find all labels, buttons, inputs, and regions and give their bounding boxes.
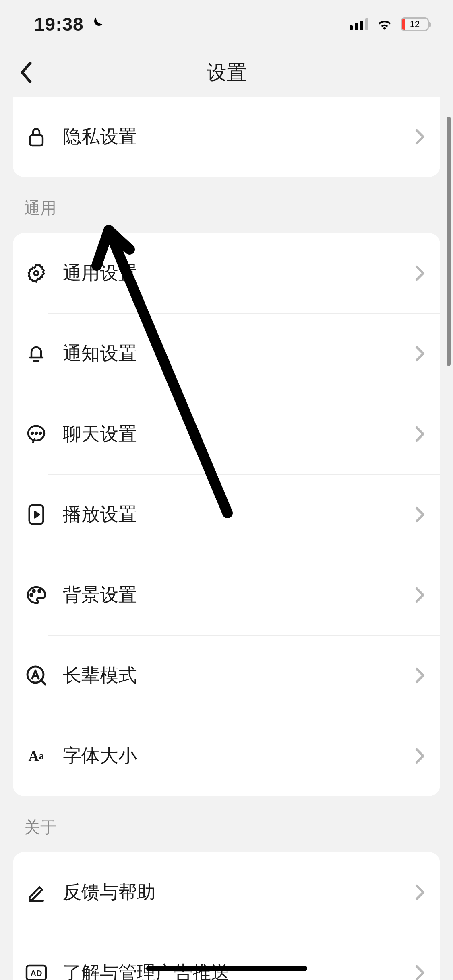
settings-group-general: 通用设置 通知设置 聊天设置 bbox=[13, 233, 440, 796]
settings-group-about: 反馈与帮助 AD 了解与管理广告推送 抖音规则中心 bbox=[13, 852, 440, 980]
row-elder-mode[interactable]: 长辈模式 bbox=[13, 635, 440, 716]
section-title-general: 通用 bbox=[13, 177, 440, 233]
ad-icon: AD bbox=[24, 961, 48, 980]
chevron-right-icon bbox=[414, 424, 426, 444]
status-left: 19:38 bbox=[34, 13, 105, 35]
chevron-right-icon bbox=[414, 746, 426, 766]
chevron-right-icon bbox=[414, 666, 426, 685]
svg-point-1 bbox=[34, 271, 39, 276]
row-label: 长辈模式 bbox=[48, 663, 414, 688]
lock-icon bbox=[24, 125, 48, 149]
chevron-right-icon bbox=[414, 963, 426, 980]
chevron-right-icon bbox=[414, 883, 426, 902]
row-font-size[interactable]: Aa 字体大小 bbox=[13, 716, 440, 796]
row-label: 背景设置 bbox=[48, 583, 414, 607]
row-label: 隐私设置 bbox=[48, 124, 414, 149]
chevron-right-icon bbox=[414, 505, 426, 524]
moon-icon bbox=[89, 15, 105, 33]
battery-percentage: 12 bbox=[402, 19, 428, 29]
bell-icon bbox=[24, 342, 48, 366]
play-icon bbox=[24, 502, 48, 527]
svg-point-7 bbox=[30, 594, 32, 596]
elder-mode-icon bbox=[24, 663, 48, 688]
svg-rect-0 bbox=[30, 135, 43, 146]
status-bar: 19:38 12 bbox=[0, 0, 453, 48]
battery-icon: 12 bbox=[401, 17, 429, 31]
home-indicator bbox=[146, 966, 307, 971]
nav-header: 设置 bbox=[0, 48, 453, 97]
chevron-right-icon bbox=[414, 344, 426, 363]
row-label: 通知设置 bbox=[48, 341, 414, 366]
settings-group-account-tail: 隐私设置 bbox=[13, 97, 440, 177]
svg-point-2 bbox=[31, 432, 33, 434]
row-ad-management[interactable]: AD 了解与管理广告推送 bbox=[13, 933, 440, 980]
row-playback-settings[interactable]: 播放设置 bbox=[13, 474, 440, 555]
row-privacy-settings[interactable]: 隐私设置 bbox=[13, 97, 440, 177]
gear-icon bbox=[24, 261, 48, 285]
svg-line-11 bbox=[41, 680, 45, 684]
chevron-right-icon bbox=[414, 264, 426, 283]
settings-content: 隐私设置 通用 通用设置 通知设置 bbox=[0, 97, 453, 980]
row-label: 反馈与帮助 bbox=[48, 880, 414, 905]
svg-text:AD: AD bbox=[31, 969, 42, 978]
row-label: 播放设置 bbox=[48, 502, 414, 527]
svg-marker-6 bbox=[35, 511, 39, 517]
row-label: 聊天设置 bbox=[48, 422, 414, 447]
page-title: 设置 bbox=[207, 59, 247, 86]
scroll-indicator[interactable] bbox=[447, 117, 451, 366]
chat-icon bbox=[24, 422, 48, 446]
row-notification-settings[interactable]: 通知设置 bbox=[13, 313, 440, 394]
status-time: 19:38 bbox=[34, 13, 84, 35]
back-button[interactable] bbox=[18, 60, 34, 84]
wifi-icon bbox=[376, 16, 393, 32]
chevron-right-icon bbox=[414, 585, 426, 605]
status-right: 12 bbox=[350, 16, 429, 32]
row-general-settings[interactable]: 通用设置 bbox=[13, 233, 440, 313]
chevron-right-icon bbox=[414, 127, 426, 146]
svg-point-3 bbox=[35, 432, 37, 434]
section-title-about: 关于 bbox=[13, 796, 440, 852]
row-chat-settings[interactable]: 聊天设置 bbox=[13, 394, 440, 474]
font-size-icon: Aa bbox=[24, 744, 48, 768]
svg-point-9 bbox=[38, 590, 40, 592]
row-label: 字体大小 bbox=[48, 743, 414, 768]
row-background-settings[interactable]: 背景设置 bbox=[13, 555, 440, 635]
pencil-icon bbox=[24, 880, 48, 904]
palette-icon bbox=[24, 583, 48, 607]
svg-point-4 bbox=[39, 432, 41, 434]
cellular-signal-icon bbox=[350, 18, 368, 30]
svg-point-8 bbox=[33, 590, 35, 592]
row-feedback-help[interactable]: 反馈与帮助 bbox=[13, 852, 440, 933]
row-label: 通用设置 bbox=[48, 261, 414, 286]
